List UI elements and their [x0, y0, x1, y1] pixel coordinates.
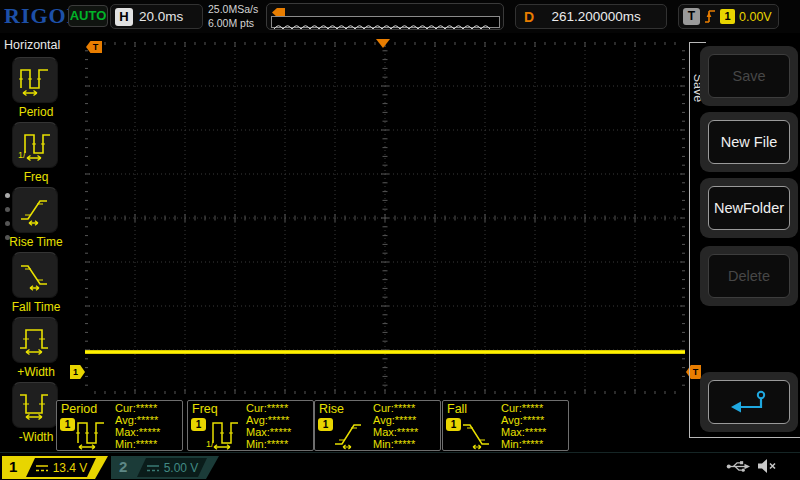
measurement-panel-fall: Fall 1 Cur:***** Avg:***** Max:***** Min…	[442, 400, 569, 451]
timebase-value: 20.0ms	[139, 9, 183, 24]
delete-button-slot: Delete	[700, 246, 798, 306]
channel-status-bar: 1 13.4 V 2 5.00 V	[0, 452, 800, 480]
memory-waveform-strip	[271, 16, 500, 28]
waveform-preview	[266, 3, 504, 30]
rise-time-icon	[332, 416, 370, 450]
measurement-panel-freq: Freq 1 1/ Cur:***** Avg:***** Max:***** …	[187, 400, 314, 451]
measure-plus-width-button[interactable]	[12, 317, 58, 363]
page-indicator-dot	[5, 207, 10, 212]
dc-coupling-icon	[35, 463, 49, 473]
enter-arrow-icon	[727, 389, 771, 415]
horizontal-label: H	[115, 8, 133, 26]
channel1-number: 1	[9, 458, 17, 475]
oscilloscope-screen: RIGOL AUTO H 20.0ms 25.0MSa/s 6.00M pts …	[0, 0, 800, 480]
period-icon	[17, 62, 53, 98]
enter-button[interactable]	[708, 380, 790, 424]
measure-freq-label: Freq	[0, 170, 72, 184]
rise-time-icon	[17, 192, 53, 228]
freq-icon: 1/	[205, 416, 243, 450]
right-softkey-menu: Save Save New File NewFolder Delete	[688, 33, 800, 452]
menu-border	[689, 437, 800, 438]
svg-text:1/: 1/	[18, 150, 26, 160]
measure-fall-time-label: Fall Time	[0, 300, 72, 314]
waveform-display: T 1 T	[85, 42, 685, 394]
save-button-slot: Save	[700, 46, 798, 106]
page-indicator-dot	[5, 193, 10, 198]
graticule	[85, 42, 685, 394]
delay-value: 261.200000ms	[534, 9, 658, 24]
delay-group: D 261.200000ms	[515, 4, 667, 29]
panel-title: Freq	[192, 402, 218, 416]
measurement-panel-rise: Rise 1 Cur:***** Avg:***** Max:***** Min…	[314, 400, 441, 451]
memory-depth: 6.00M pts	[208, 16, 258, 30]
measurement-values: Cur:***** Avg:***** Max:***** Min:*****	[373, 402, 418, 450]
panel-title: Rise	[319, 402, 344, 416]
delete-button: Delete	[708, 254, 790, 298]
trigger-source-badge: 1	[720, 9, 735, 24]
new-file-button[interactable]: New File	[708, 120, 790, 164]
measure-period-label: Period	[0, 105, 72, 119]
page-indicator-dot	[5, 221, 10, 226]
measurement-values: Cur:***** Avg:***** Max:***** Min:*****	[501, 402, 546, 450]
panel-title: Fall	[447, 402, 467, 416]
measure-fall-time-button[interactable]	[12, 252, 58, 298]
new-folder-button-slot: NewFolder	[700, 178, 798, 238]
channel2-number: 2	[119, 458, 127, 475]
top-status-bar: RIGOL AUTO H 20.0ms 25.0MSa/s 6.00M pts …	[0, 0, 800, 33]
source-badge: 1	[446, 418, 461, 431]
usb-icon	[726, 459, 750, 474]
measure-rise-time-button[interactable]	[12, 187, 58, 233]
measure-rise-time-label: Rise Time	[0, 235, 72, 249]
left-measure-menu: Horizontal Period 1/ Freq	[0, 33, 85, 452]
ch1-trace-core	[85, 351, 685, 353]
fall-time-icon	[460, 416, 498, 450]
measure-plus-width-label: +Width	[0, 365, 72, 379]
enter-button-slot	[700, 372, 798, 432]
measurement-values: Cur:***** Avg:***** Max:***** Min:*****	[115, 402, 160, 450]
source-badge: 1	[318, 418, 333, 431]
measurement-panel-period: Period 1 Cur:***** Avg:***** Max:***** M…	[56, 400, 183, 451]
preview-sine-icon	[272, 21, 499, 31]
new-file-button-slot: New File	[700, 112, 798, 172]
channel1-scale: 13.4 V	[53, 461, 88, 475]
status-icons	[726, 458, 778, 474]
fall-time-icon	[17, 257, 53, 293]
minus-width-icon	[17, 387, 53, 423]
measure-period-button[interactable]	[12, 57, 58, 103]
run-status-badge: AUTO	[68, 5, 108, 27]
source-badge: 1	[191, 418, 206, 431]
trigger-edge-icon	[704, 8, 716, 25]
dc-coupling-icon	[146, 463, 160, 473]
trigger-group: T 1 0.00V	[678, 4, 779, 29]
left-menu-title: Horizontal	[4, 38, 60, 52]
save-button: Save	[708, 54, 790, 98]
measure-freq-button[interactable]: 1/	[12, 122, 58, 168]
sample-rate: 25.0MSa/s	[208, 2, 258, 16]
acquisition-info: 25.0MSa/s 6.00M pts	[208, 2, 258, 30]
channel2-status: 2 5.00 V	[111, 456, 219, 479]
plus-width-icon	[17, 322, 53, 358]
svg-text:1/: 1/	[206, 439, 214, 449]
measure-minus-width-button[interactable]	[12, 382, 58, 428]
panel-title: Period	[61, 402, 97, 416]
trigger-label: T	[683, 8, 700, 25]
source-badge: 1	[60, 418, 75, 431]
horizontal-timebase-group: H 20.0ms	[110, 4, 203, 29]
new-folder-button[interactable]: NewFolder	[708, 186, 790, 230]
measurement-values: Cur:***** Avg:***** Max:***** Min:*****	[246, 402, 291, 450]
period-icon	[74, 416, 112, 450]
channel2-scale: 5.00 V	[164, 461, 199, 475]
channel1-status: 1 13.4 V	[2, 456, 108, 479]
trigger-level-value: 0.00V	[739, 10, 772, 24]
freq-icon: 1/	[17, 127, 53, 163]
delay-label: D	[524, 9, 534, 25]
speaker-muted-icon	[757, 458, 778, 474]
